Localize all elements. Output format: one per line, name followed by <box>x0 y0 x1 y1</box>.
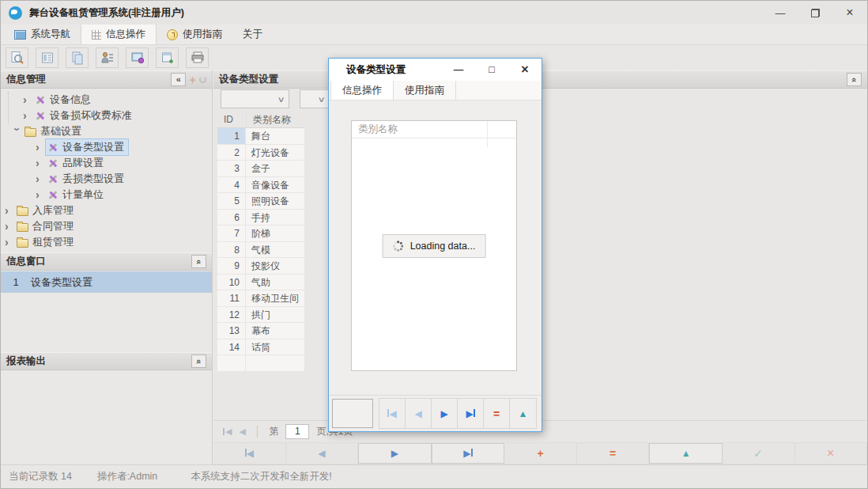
collapse-sidebar-button[interactable]: « <box>171 73 186 86</box>
chevron-right-icon[interactable]: › <box>36 173 45 184</box>
menu-system-nav[interactable]: 系统导航 <box>4 25 81 44</box>
column-header-id: ID <box>217 114 246 125</box>
record-confirm-button[interactable]: ✓ <box>723 443 795 464</box>
collapse-report-panel-button[interactable]: « <box>191 354 206 368</box>
details-list-button[interactable] <box>36 47 58 68</box>
details-list-icon <box>40 51 55 65</box>
page-number-input[interactable] <box>285 424 309 439</box>
table-row[interactable]: 3盒子 <box>217 161 304 177</box>
search-button[interactable] <box>6 47 28 68</box>
dialog-delete-button[interactable]: = <box>484 399 510 428</box>
statusbar: 当前记录数 14 操作者:Admin 本系统支持二次开发和全新开发! <box>1 464 867 488</box>
tree-item-inbound-mgmt[interactable]: › 入库管理 <box>1 203 212 218</box>
dialog-edit-button[interactable]: ▲ <box>510 399 536 428</box>
remote-view-button[interactable] <box>126 47 149 68</box>
dialog-last-button[interactable]: ▶ <box>458 399 484 428</box>
dialog-close-button[interactable]: × <box>508 59 542 81</box>
tree-item-device-info[interactable]: › 设备信息 <box>1 92 212 108</box>
record-last-button[interactable]: ▶ <box>432 443 505 464</box>
tree-item-loss-type-settings[interactable]: › 丢损类型设置 <box>1 171 212 187</box>
prev-icon: ◀ <box>318 448 325 459</box>
table-row[interactable]: 7阶梯 <box>217 226 304 242</box>
minus-icon: = <box>493 408 500 420</box>
user-permissions-button[interactable] <box>96 47 119 68</box>
chevron-down-icon[interactable]: › <box>12 127 23 137</box>
collapse-main-panel-button[interactable]: « <box>847 73 862 86</box>
dialog-first-button[interactable]: ◀ <box>379 399 406 428</box>
loading-indicator: Loading data... <box>383 234 486 258</box>
menu-about[interactable]: 关于 <box>232 25 273 44</box>
separator: │ <box>255 426 261 437</box>
page-prev-button[interactable]: ◀ <box>239 426 245 437</box>
record-first-button[interactable]: ◀ <box>213 443 286 464</box>
filter-combo-1[interactable]: ∨ <box>221 89 289 108</box>
filter-combo-2[interactable]: ∨ <box>300 89 330 108</box>
tree-item-device-type-settings[interactable]: › 设备类型设置 <box>1 139 212 155</box>
table-row-empty <box>217 355 304 372</box>
add-icon[interactable]: + <box>189 74 196 85</box>
tree-item-label: 入库管理 <box>32 203 74 218</box>
close-button[interactable]: × <box>832 1 867 25</box>
open-window-item[interactable]: 1 设备类型设置 <box>1 271 212 293</box>
record-next-button[interactable]: ▶ <box>358 443 432 464</box>
tree-item-label: 品牌设置 <box>62 156 104 170</box>
tree-item-brand-settings[interactable]: › 品牌设置 <box>1 155 212 171</box>
dialog-prev-button[interactable]: ◀ <box>406 399 432 428</box>
dialog-minimize-button[interactable]: — <box>442 59 475 81</box>
record-delete-button[interactable]: = <box>577 443 650 464</box>
tree-item-basic-settings[interactable]: › 基础设置 <box>1 123 212 139</box>
tree-item-label: 设备损坏收费标准 <box>50 108 132 123</box>
collapse-windows-panel-button[interactable]: « <box>191 255 206 268</box>
table-row[interactable]: 10气助 <box>217 275 304 291</box>
record-edit-button[interactable]: ▲ <box>649 443 723 464</box>
refresh-icon[interactable] <box>199 76 206 83</box>
chevron-right-icon[interactable]: › <box>5 237 14 248</box>
chevron-right-icon[interactable]: › <box>36 142 45 153</box>
table-row[interactable]: 13幕布 <box>217 323 304 339</box>
table-row[interactable]: 5照明设备 <box>217 193 304 210</box>
chevron-right-icon[interactable]: › <box>36 157 45 169</box>
table-row[interactable]: 2灯光设备 <box>217 145 304 161</box>
new-window-button[interactable] <box>156 47 179 68</box>
chevron-right-icon[interactable]: › <box>36 189 45 200</box>
dialog-category-list[interactable]: 类别名称 Loading data... <box>351 120 517 371</box>
print-button[interactable] <box>186 47 209 68</box>
info-panel-title: 信息管理 <box>6 73 46 86</box>
table-row[interactable]: 12拱门 <box>217 307 304 324</box>
menu-user-guide[interactable]: 使用指南 <box>157 25 232 44</box>
chevron-right-icon[interactable]: › <box>23 94 32 105</box>
tree-item-rental-mgmt[interactable]: › 租赁管理 <box>1 234 212 250</box>
tree-item-damage-fee[interactable]: › 设备损坏收费标准 <box>1 108 212 123</box>
table-row[interactable]: 1舞台 <box>217 128 304 145</box>
record-add-button[interactable]: + <box>504 443 577 464</box>
table-row[interactable]: 6手持 <box>217 210 304 226</box>
minus-icon: = <box>609 447 616 460</box>
equipment-type-table: ID 类别名称 1舞台 2灯光设备 3盒子 4音像设备 5照明设备 6手持 7阶… <box>217 112 304 372</box>
chevron-right-icon[interactable]: › <box>5 221 14 232</box>
table-row[interactable]: 8气模 <box>217 242 304 259</box>
dialog-tab-user-guide[interactable]: 使用指南 <box>394 81 456 100</box>
table-row[interactable]: 11移动卫生间 <box>217 290 304 307</box>
chevron-right-icon[interactable]: › <box>5 205 14 216</box>
system-nav-icon <box>14 30 26 40</box>
dialog-next-button[interactable]: ▶ <box>432 399 458 428</box>
page-first-button[interactable]: ◀ <box>223 426 232 437</box>
table-row[interactable]: 4音像设备 <box>217 177 304 194</box>
record-cancel-button[interactable]: × <box>795 443 868 464</box>
table-row[interactable]: 9投影仪 <box>217 258 304 275</box>
dialog-maximize-button[interactable]: □ <box>475 59 508 81</box>
table-row[interactable]: 14话筒 <box>217 339 304 356</box>
record-prev-button[interactable]: ◀ <box>286 443 359 464</box>
menu-info-operations[interactable]: 信息操作 <box>81 25 157 44</box>
dialog-tab-info-operations[interactable]: 信息操作 <box>330 81 394 100</box>
dialog-list-header: 类别名称 <box>352 121 516 138</box>
tree-item-measure-unit[interactable]: › 计量单位 <box>1 187 212 203</box>
chevron-right-icon[interactable]: › <box>23 110 32 121</box>
documents-button[interactable] <box>66 47 89 68</box>
tree-item-contract-mgmt[interactable]: › 合同管理 <box>1 218 212 234</box>
restore-button[interactable] <box>798 1 832 25</box>
menu-label: 使用指南 <box>183 28 222 41</box>
minimize-button[interactable]: — <box>763 1 798 25</box>
dialog-add-button[interactable] <box>332 399 373 428</box>
tree-item-label: 设备信息 <box>50 93 91 107</box>
